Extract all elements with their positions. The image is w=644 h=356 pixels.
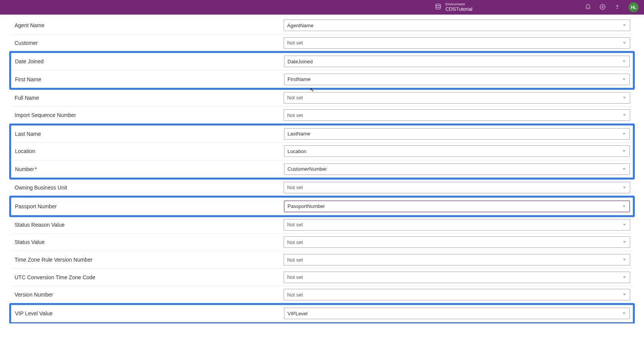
field-row: Status ValueNot set (12, 234, 632, 251)
chevron-down-icon (623, 97, 626, 99)
field-label: Status Reason Value (12, 222, 284, 228)
highlight-group: Date JoinedDateJoinedFirst NameFirstName (9, 51, 635, 90)
field-dropdown[interactable]: Not set (284, 289, 630, 300)
avatar-initials: HL (631, 5, 637, 10)
chevron-down-icon (623, 78, 626, 80)
field-row: CustomerNot set (12, 35, 632, 52)
field-dropdown[interactable]: Not set (284, 109, 630, 121)
dropdown-value: Not set (287, 95, 303, 101)
highlight-group: Passport NumberPassportNumber (9, 196, 635, 217)
field-label: Location (12, 148, 284, 154)
dropdown-value: Not set (287, 292, 303, 298)
field-dropdown[interactable]: PassportNumber (284, 201, 630, 212)
field-dropdown[interactable]: FirstName (284, 74, 630, 85)
field-label: Full Name (12, 95, 284, 101)
chevron-down-icon (623, 168, 626, 170)
dropdown-value: PassportNumber (288, 203, 325, 209)
dropdown-value: Not set (287, 222, 303, 227)
field-dropdown[interactable]: Not set (284, 219, 630, 231)
field-row: Time Zone Rule Version NumberNot set (12, 251, 632, 269)
field-row: VIP Level ValueVIPLevel (12, 305, 632, 323)
chevron-down-icon (623, 294, 626, 296)
chevron-down-icon (623, 61, 626, 63)
environment-text: Environment CDSTutorial (445, 3, 472, 12)
dropdown-value: FirstName (288, 76, 310, 82)
field-row: Import Sequence NumberNot set (12, 107, 632, 124)
field-dropdown[interactable]: CustomerNumber (284, 163, 630, 175)
field-dropdown[interactable]: Not set (284, 254, 630, 265)
field-value-col: Not set (284, 182, 632, 193)
field-label: UTC Conversion Time Zone Code (12, 274, 284, 280)
field-row: Number*CustomerNumber (12, 160, 632, 178)
dropdown-value: AgentName (287, 23, 314, 28)
field-label: Last Name (12, 131, 284, 137)
field-label: Status Value (12, 239, 284, 245)
field-mapping-form: Agent NameAgentNameCustomerNot setDate J… (0, 15, 644, 323)
field-dropdown[interactable]: Location (284, 145, 630, 157)
field-dropdown[interactable]: VIPLevel (284, 308, 630, 319)
dropdown-value: Not set (287, 40, 303, 46)
field-value-col: Not set (284, 272, 632, 283)
field-value-col: Not set (284, 219, 632, 231)
field-value-col: Not set (284, 236, 632, 248)
field-value-col: AgentName (284, 20, 632, 31)
app-header: Environment CDSTutorial HL (0, 0, 644, 15)
field-dropdown[interactable]: Not set (284, 182, 630, 193)
environment-picker[interactable]: Environment CDSTutorial (435, 3, 472, 12)
field-row: First NameFirstName (12, 71, 632, 88)
field-row: Owning Business UnitNot set (12, 179, 632, 196)
dropdown-value: Not set (287, 257, 303, 263)
field-label: VIP Level Value (12, 310, 284, 316)
field-value-col: Not set (284, 289, 632, 300)
field-label: Number* (12, 166, 284, 172)
field-label: Time Zone Rule Version Number (12, 257, 284, 263)
settings-icon[interactable] (600, 4, 606, 11)
field-dropdown[interactable]: AgentName (284, 20, 630, 31)
dropdown-value: Location (288, 148, 306, 154)
required-marker: * (35, 166, 37, 172)
field-label: Version Number (12, 292, 284, 298)
environment-name: CDSTutorial (445, 7, 472, 12)
field-value-col: LastName (284, 128, 632, 140)
field-row: LocationLocation (12, 143, 632, 160)
field-row: Passport NumberPassportNumber (12, 198, 632, 215)
field-value-col: VIPLevel (284, 308, 632, 319)
svg-point-1 (602, 6, 603, 8)
highlight-group: VIP Level ValueVIPLevel (9, 303, 635, 324)
chevron-down-icon (623, 224, 626, 226)
dropdown-value: CustomerNumber (288, 166, 327, 172)
chevron-down-icon (623, 25, 626, 26)
dropdown-value: LastName (288, 131, 310, 137)
field-row: Status Reason ValueNot set (12, 216, 632, 234)
chevron-down-icon (623, 259, 626, 261)
field-value-col: Not set (284, 92, 632, 104)
field-label: Agent Name (12, 22, 284, 28)
field-row: Version NumberNot set (12, 286, 632, 304)
highlight-group: Last NameLastNameLocationLocationNumber*… (9, 124, 635, 180)
field-label: Passport Number (12, 203, 284, 209)
field-value-col: CustomerNumber (284, 163, 632, 175)
field-dropdown[interactable]: Not set (284, 92, 630, 104)
dropdown-value: Not set (287, 185, 303, 190)
field-value-col: Location (284, 145, 632, 157)
field-dropdown[interactable]: DateJoined (284, 56, 630, 67)
dropdown-value: DateJoined (288, 59, 313, 64)
environment-icon (435, 3, 442, 12)
svg-point-0 (436, 4, 440, 6)
user-avatar[interactable]: HL (629, 2, 639, 12)
field-row: Agent NameAgentName (12, 17, 632, 35)
dropdown-value: Not set (287, 274, 303, 280)
chevron-down-icon (623, 276, 626, 278)
help-icon[interactable] (614, 4, 620, 11)
chevron-down-icon (623, 186, 626, 188)
field-dropdown[interactable]: Not set (284, 236, 630, 248)
field-dropdown[interactable]: LastName (284, 128, 630, 140)
chevron-down-icon (623, 42, 626, 44)
field-label: Owning Business Unit (12, 185, 284, 191)
chevron-down-icon (623, 114, 626, 116)
chevron-down-icon (623, 150, 626, 152)
field-dropdown[interactable]: Not set (284, 272, 630, 283)
field-dropdown[interactable]: Not set (284, 37, 630, 49)
field-value-col: Not set (284, 37, 632, 49)
notifications-icon[interactable] (585, 4, 591, 11)
